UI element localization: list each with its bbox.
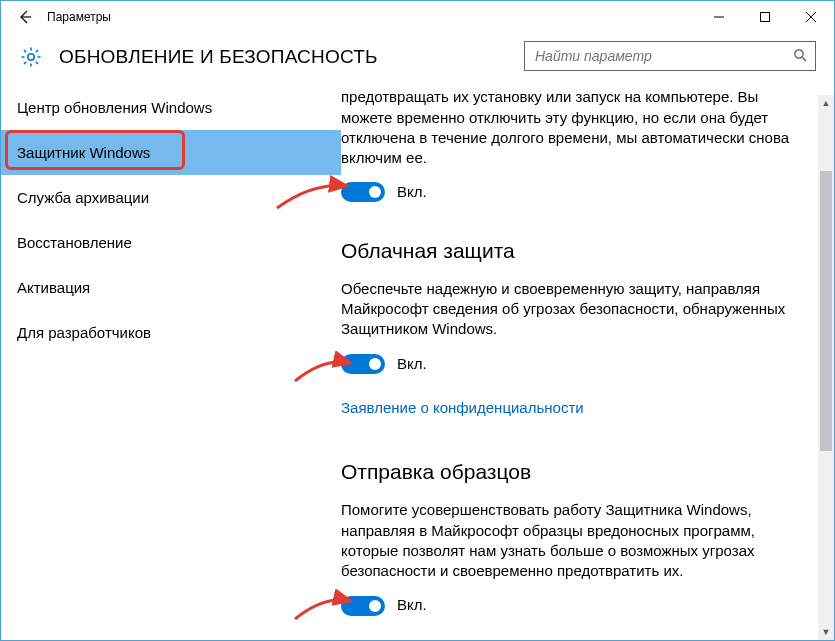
maximize-icon — [760, 12, 770, 22]
sidebar-item-developers[interactable]: Для разработчиков — [1, 310, 341, 355]
back-button[interactable] — [11, 3, 39, 31]
cloud-toggle[interactable] — [341, 354, 385, 374]
realtime-description: Это помогает обнаруживать вредоносные пр… — [341, 85, 812, 168]
settings-window: Параметры ОБНОВЛЕНИЕ И БЕЗОПАСНОСТЬ — [0, 0, 835, 641]
sidebar-item-label: Центр обновления Windows — [17, 99, 212, 116]
sample-description: Помогите усовершенствовать работу Защитн… — [341, 500, 812, 581]
sample-heading: Отправка образцов — [341, 458, 812, 486]
window-title: Параметры — [47, 10, 111, 24]
cloud-description: Обеспечьте надежную и своевременную защи… — [341, 279, 812, 340]
sidebar-item-activation[interactable]: Активация — [1, 265, 341, 310]
minimize-button[interactable] — [696, 1, 742, 33]
svg-rect-2 — [761, 13, 770, 22]
cloud-toggle-row: Вкл. — [341, 354, 812, 374]
scroll-up-button[interactable]: ▲ — [818, 95, 834, 111]
realtime-toggle[interactable] — [341, 182, 385, 202]
close-icon — [806, 12, 816, 22]
sidebar-item-defender[interactable]: Защитник Windows — [1, 130, 341, 175]
svg-point-5 — [28, 54, 34, 60]
vertical-scrollbar[interactable]: ▲ ▼ — [818, 95, 834, 640]
sidebar-item-label: Активация — [17, 279, 90, 296]
sidebar-item-label: Защитник Windows — [17, 144, 150, 161]
scroll-thumb[interactable] — [820, 171, 832, 451]
minimize-icon — [714, 12, 724, 22]
sample-toggle-row: Вкл. — [341, 595, 812, 615]
scroll-track[interactable] — [818, 111, 834, 624]
privacy-link[interactable]: Заявление о конфиденциальности — [341, 398, 584, 418]
realtime-toggle-row: Вкл. — [341, 182, 812, 202]
back-arrow-icon — [17, 9, 33, 25]
sidebar-item-label: Восстановление — [17, 234, 132, 251]
sidebar-item-recovery[interactable]: Восстановление — [1, 220, 341, 265]
cloud-toggle-label: Вкл. — [397, 354, 427, 374]
sidebar-item-backup[interactable]: Служба архивации — [1, 175, 341, 220]
sample-toggle-label: Вкл. — [397, 595, 427, 615]
search-box[interactable] — [524, 41, 816, 71]
sidebar: Центр обновления Windows Защитник Window… — [1, 85, 341, 632]
sidebar-item-windows-update[interactable]: Центр обновления Windows — [1, 85, 341, 130]
scroll-down-button[interactable]: ▼ — [818, 624, 834, 640]
search-input[interactable] — [533, 47, 793, 65]
realtime-toggle-label: Вкл. — [397, 182, 427, 202]
gear-icon — [19, 45, 43, 69]
sidebar-item-label: Служба архивации — [17, 189, 149, 206]
content-pane: Это помогает обнаруживать вредоносные пр… — [341, 85, 834, 632]
cloud-heading: Облачная защита — [341, 237, 812, 265]
titlebar: Параметры — [1, 1, 834, 33]
sample-toggle[interactable] — [341, 596, 385, 616]
page-header: ОБНОВЛЕНИЕ И БЕЗОПАСНОСТЬ — [1, 33, 834, 85]
svg-point-6 — [795, 49, 803, 57]
body: Центр обновления Windows Защитник Window… — [1, 85, 834, 632]
maximize-button[interactable] — [742, 1, 788, 33]
sidebar-item-label: Для разработчиков — [17, 324, 151, 341]
svg-line-7 — [803, 57, 807, 61]
close-button[interactable] — [788, 1, 834, 33]
search-icon — [793, 48, 807, 65]
page-title: ОБНОВЛЕНИЕ И БЕЗОПАСНОСТЬ — [59, 46, 378, 68]
